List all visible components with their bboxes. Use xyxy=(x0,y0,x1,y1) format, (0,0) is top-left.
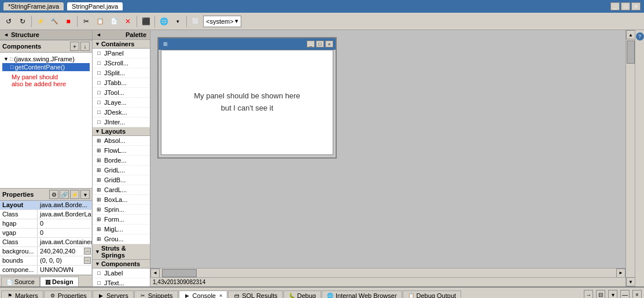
console-toolbar-btn4[interactable]: — xyxy=(620,290,630,298)
palette-section-struts[interactable]: ▼ Struts & Springs xyxy=(93,244,150,260)
scroll-thumb-h[interactable] xyxy=(162,269,197,277)
palette-item-jtext[interactable]: □ JText... xyxy=(93,278,150,286)
props-icon-1[interactable]: ⚙ xyxy=(49,190,58,199)
content-area: ◄ Structure Components + ↓ ▼ □ xyxy=(0,30,644,286)
design-canvas[interactable]: ⊞ _ □ × My panel should be shown here bu… xyxy=(150,30,625,268)
palette-panel: ◄ Palette ▼ Containers □ JPanel □ JScrol… xyxy=(93,30,150,286)
stop-button[interactable]: ■ xyxy=(62,15,75,28)
palette-section-containers[interactable]: ▼ Containers xyxy=(93,40,150,49)
palette-item-border[interactable]: ⊞ Borde... xyxy=(93,156,150,165)
vertical-scrollbar[interactable]: ▲ ▼ xyxy=(625,30,635,286)
palette-item-jscroll[interactable]: □ JScroll... xyxy=(93,58,150,68)
tree-item-contentpane[interactable]: □ getContentPane() xyxy=(2,63,90,71)
scroll-track-v[interactable] xyxy=(626,39,635,277)
globe-arrow[interactable]: ▾ xyxy=(171,15,184,28)
search-button[interactable]: ⬛ xyxy=(139,15,152,28)
palette-item-jpanel[interactable]: □ JPanel xyxy=(93,49,150,58)
properties-tab-icon: ⚙ xyxy=(49,292,56,298)
source-tab[interactable]: 📄 Source xyxy=(1,277,40,286)
structure-arrow[interactable]: ◄ xyxy=(3,32,9,38)
bg-dots-button[interactable]: ··· xyxy=(84,248,91,255)
maximize-button[interactable]: □ xyxy=(621,2,630,10)
console-tab-sql[interactable]: 🗃 SQL Results xyxy=(228,290,282,298)
console-tab-debug[interactable]: 🐛 Debug xyxy=(284,290,321,298)
title-tab-stringframe[interactable]: *StringFrame.java xyxy=(3,2,64,10)
system-dropdown[interactable]: <system> ▾ xyxy=(203,16,241,27)
globe-button[interactable]: 🌐 xyxy=(157,15,170,28)
console-toolbar-btn5[interactable]: × xyxy=(632,290,642,298)
palette-arrow[interactable]: ◄ xyxy=(96,32,101,38)
palette-item-jlaye[interactable]: □ JLaye... xyxy=(93,98,150,108)
frame-close[interactable]: × xyxy=(325,41,333,47)
snippets-icon: ✂ xyxy=(139,292,146,298)
console-tab-snippets[interactable]: ✂ Snippets xyxy=(134,290,178,298)
palette-section-components[interactable]: ▼ Components xyxy=(93,260,150,268)
palette-item-jinter[interactable]: □ JInter... xyxy=(93,117,150,127)
palette-item-flow[interactable]: ⊞ FlowL... xyxy=(93,146,150,156)
console-tab-debugout[interactable]: 📋 Debug Output xyxy=(403,290,462,298)
scroll-right-button[interactable]: ► xyxy=(616,268,625,278)
design-tab[interactable]: 🖼 Design xyxy=(40,277,79,286)
scroll-down-button[interactable]: ▼ xyxy=(626,277,635,286)
paste-button[interactable]: 📄 xyxy=(108,15,120,28)
props-icon-2[interactable]: 🔗 xyxy=(60,190,69,199)
palette-item-absol[interactable]: ⊞ Absol... xyxy=(93,136,150,146)
back-button[interactable]: ↺ xyxy=(2,15,15,28)
console-tab-properties[interactable]: ⚙ Properties xyxy=(44,290,92,298)
frame-minimize[interactable]: _ xyxy=(307,41,315,47)
box-label: BoxLa... xyxy=(104,196,127,203)
console-tab-console[interactable]: ▶ Console × xyxy=(179,290,228,298)
palette-item-grid[interactable]: ⊞ GridL... xyxy=(93,165,150,175)
title-tab-stringpanel[interactable]: StringPanel.java xyxy=(67,2,123,10)
move-down-button[interactable]: ↓ xyxy=(80,42,90,51)
palette-section-layouts[interactable]: ▼ Layouts xyxy=(93,127,150,136)
props-row-class1: Class java.awt.BorderLay... xyxy=(0,210,92,219)
console-toolbar-btn3[interactable]: ▾ xyxy=(608,290,617,298)
palette-item-box[interactable]: ⊞ BoxLa... xyxy=(93,195,150,205)
scroll-left-button[interactable]: ◄ xyxy=(150,268,160,278)
minimize-button[interactable]: _ xyxy=(610,2,620,10)
console-x-icon[interactable]: × xyxy=(219,293,222,298)
tree-item-jframe[interactable]: ▼ □ (javax.swing.JFrame) xyxy=(2,55,90,63)
props-icon-4[interactable]: ▾ xyxy=(80,190,90,199)
palette-item-form[interactable]: ⊞ Form... xyxy=(93,215,150,225)
console-tab-browser[interactable]: 🌐 Internal Web Browser xyxy=(322,290,402,298)
palette-item-jlabel[interactable]: □ JLabel xyxy=(93,268,150,278)
build-button[interactable]: 🔨 xyxy=(48,15,61,28)
system-label: <system> xyxy=(206,18,234,25)
palette-item-card[interactable]: ⊞ CardL... xyxy=(93,185,150,195)
palette-item-jtabb[interactable]: □ JTabb... xyxy=(93,78,150,88)
delete-button[interactable]: ✕ xyxy=(122,15,134,28)
palette-item-spring[interactable]: ⊞ Sprin... xyxy=(93,205,150,215)
console-toolbar-btn2[interactable]: ⊟ xyxy=(596,290,605,298)
palette-item-jdesk[interactable]: □ JDesk... xyxy=(93,108,150,117)
scroll-thumb-v[interactable] xyxy=(627,41,635,64)
horizontal-scrollbar[interactable]: ◄ ► xyxy=(150,268,625,277)
right-icon-glyph: ? xyxy=(638,34,641,39)
palette-item-jtool[interactable]: □ JTool... xyxy=(93,88,150,98)
props-icon-3[interactable]: ⚡ xyxy=(70,190,79,199)
jtool-icon: □ xyxy=(95,89,103,97)
scroll-track-h[interactable] xyxy=(160,269,616,277)
palette-item-jsplit[interactable]: □ JSplit... xyxy=(93,68,150,78)
copy-button[interactable]: 📋 xyxy=(94,15,106,28)
design-status-text: 1,43v201309082314 xyxy=(153,279,205,285)
frame-maximize[interactable]: □ xyxy=(316,41,324,47)
right-panel-icon[interactable]: ? xyxy=(636,32,644,41)
palette-item-gridb[interactable]: ⊞ GridB... xyxy=(93,175,150,185)
format-button[interactable]: ⬜ xyxy=(189,15,202,28)
scroll-up-button[interactable]: ▲ xyxy=(626,30,635,39)
console-tab-servers[interactable]: ▶ Servers xyxy=(93,290,134,298)
close-button[interactable]: × xyxy=(631,2,641,10)
palette-item-mig[interactable]: ⊞ MigL... xyxy=(93,225,150,234)
props-val-class2: java.awt.Container xyxy=(38,238,92,247)
toolbar-separator-5 xyxy=(186,16,187,27)
forward-button[interactable]: ↻ xyxy=(16,15,29,28)
run-button[interactable]: ⚡ xyxy=(34,15,47,28)
console-tab-markers[interactable]: ⚑ Markers xyxy=(1,290,43,298)
add-component-button[interactable]: + xyxy=(70,42,79,51)
palette-item-group[interactable]: ⊞ Grou... xyxy=(93,234,150,244)
console-toolbar-btn1[interactable]: → xyxy=(584,290,593,298)
cut-button[interactable]: ✂ xyxy=(80,15,93,28)
bounds-dots-button[interactable]: ··· xyxy=(84,257,91,264)
